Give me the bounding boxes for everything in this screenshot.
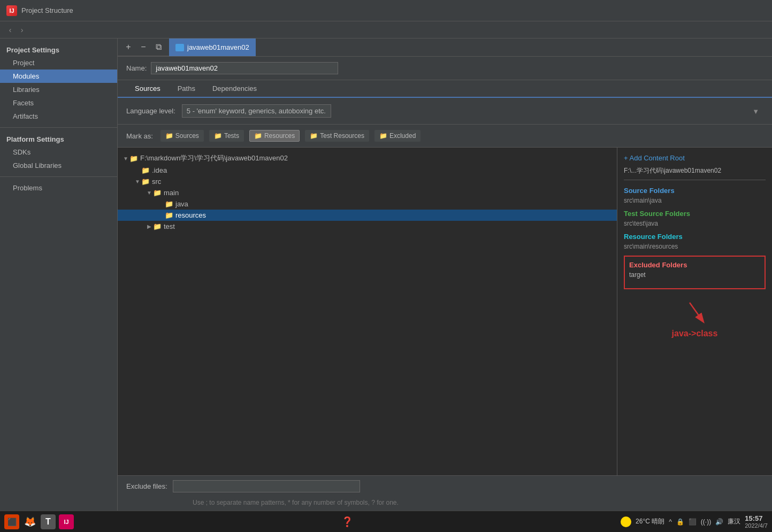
tab-sources[interactable]: Sources [126,80,169,98]
folder-test-resource-icon: 📁 [310,132,318,140]
tree-java[interactable]: 📁 java [118,198,617,210]
sidebar-item-libraries[interactable]: Libraries [0,83,117,96]
resources-name: resources [175,211,206,219]
resources-arrow [157,212,165,219]
src-name: src [152,178,161,186]
sidebar-item-modules[interactable]: Modules [0,70,117,83]
tree-resources[interactable]: 📁 resources [118,210,617,221]
src-folder-icon: 📁 [141,178,150,186]
java-folder-icon: 📁 [165,201,173,208]
weather-text: 26°C 晴朗 [636,517,664,526]
select-arrow-icon: ▼ [752,107,759,115]
forward-button[interactable]: › [16,24,28,36]
name-label: Name: [126,64,147,72]
main-folder-icon: 📁 [153,189,162,197]
module-name: javaweb01maven02 [187,43,249,51]
remove-module-button[interactable]: − [137,41,150,53]
root-path: F:\markdown学习\学习代码\javaweb01maven02 [140,153,288,163]
mark-btn-sources[interactable]: 📁 Sources [160,130,204,142]
name-input[interactable] [151,62,338,74]
taskbar-center: ❓ [74,514,621,529]
excluded-folders-box: Excluded Folders target [624,256,766,289]
title-bar-text: Project Structure [21,6,73,14]
title-bar: IJ Project Structure [0,0,772,21]
root-folder-icon: 📁 [129,155,138,162]
taskbar-firefox-icon[interactable]: 🦊 [22,514,37,529]
taskbar-intellij-icon[interactable]: IJ [59,514,74,529]
copy-module-button[interactable]: ⧉ [152,41,165,53]
mark-btn-excluded[interactable]: 📁 Excluded [374,130,421,142]
module-icon [175,44,184,51]
sidebar-item-project[interactable]: Project [0,56,117,70]
sidebar-item-artifacts[interactable]: Artifacts [0,110,117,123]
taskbar: ⬛ 🦊 T IJ ❓ 26°C 晴朗 ^ 🔒 ⬛ ((·)) 🔊 廉汉 15:5… [0,511,772,532]
main-name: main [164,189,179,197]
module-selected[interactable]: javaweb01maven02 [169,38,256,56]
tab-dependencies[interactable]: Dependencies [204,80,265,98]
nav-bar: ‹ › [0,21,772,38]
taskbar-right: 26°C 晴朗 ^ 🔒 ⬛ ((·)) 🔊 廉汉 15:57 2022/4/7 [621,514,768,529]
tree-main[interactable]: ▼ 📁 main [118,187,617,198]
taskbar-office-icon[interactable]: ⬛ [4,514,19,529]
tree-idea[interactable]: 📁 .idea [118,165,617,176]
test-source-folders-title: Test Source Folders [624,210,766,218]
taskbar-t-icon[interactable]: T [41,514,56,529]
idea-folder-icon: 📁 [141,167,150,174]
folder-teal-icon: 📁 [254,132,262,140]
language-level-wrapper: 5 - 'enum' keyword, generics, autoboxing… [182,104,763,118]
main-collapse-arrow: ▼ [146,189,153,197]
taskbar-user-text: 廉汉 [728,517,740,526]
sidebar-divider-1 [0,127,117,128]
main-layout: Project Settings Project Modules Librari… [0,38,772,511]
test-source-folders-path: src\test\java [624,220,766,227]
sidebar-item-global-libraries[interactable]: Global Libraries [0,159,117,172]
sidebar-item-sdks[interactable]: SDKs [0,145,117,159]
test-name: test [164,222,175,230]
java-arrow [157,201,165,208]
tree-root[interactable]: ▼ 📁 F:\markdown学习\学习代码\javaweb01maven02 [118,152,617,165]
mark-btn-resources[interactable]: 📁 Resources [249,130,300,142]
add-content-root-btn[interactable]: + Add Content Root [624,154,766,162]
app-icon: IJ [6,5,17,16]
taskbar-lock-icon: 🔒 [676,518,684,526]
toolbar: + − ⧉ [118,38,169,56]
exclude-files-row: Exclude files: [118,475,772,497]
tree-src[interactable]: ▼ 📁 src [118,176,617,187]
mark-btn-tests[interactable]: 📁 Tests [209,130,244,142]
exclude-files-input[interactable] [173,480,360,492]
taskbar-help-icon[interactable]: ❓ [340,514,355,529]
java-name: java [175,200,188,208]
add-module-button[interactable]: + [122,41,135,53]
right-panel: + Add Content Root F:\...学习代码\javaweb01m… [617,148,772,475]
idea-name: .idea [152,166,167,174]
name-row: Name: [118,57,772,80]
content-root-path: F:\...学习代码\javaweb01maven02 [624,166,766,180]
platform-settings-title: Platform Settings [0,132,117,145]
mark-btn-test-resources[interactable]: 📁 Test Resources [305,130,369,142]
tree-right-container: ▼ 📁 F:\markdown学习\学习代码\javaweb01maven02 … [118,148,772,475]
tab-paths[interactable]: Paths [169,80,204,98]
source-folders-title: Source Folders [624,187,766,195]
mark-as-label: Mark as: [126,132,153,140]
sidebar-divider-2 [0,176,117,177]
svg-line-1 [690,303,703,321]
sidebar-item-facets[interactable]: Facets [0,96,117,110]
arrow-svg [679,300,711,327]
file-tree: ▼ 📁 F:\markdown学习\学习代码\javaweb01maven02 … [118,148,617,475]
resources-folder-icon: 📁 [165,212,173,219]
sidebar-item-problems[interactable]: Problems [0,181,117,195]
folder-green-icon: 📁 [214,132,222,140]
language-level-label: Language level: [126,107,175,115]
taskbar-clock: 15:57 2022/4/7 [745,514,768,529]
exclude-hint: Use ; to separate name patterns, * for a… [118,497,772,511]
folder-blue-icon: 📁 [165,132,173,140]
resource-folders-title: Resource Folders [624,233,766,241]
taskbar-volume-icon: 🔊 [715,518,723,526]
resource-folders-path: src\main\resources [624,243,766,250]
tree-test[interactable]: ▶ 📁 test [118,221,617,232]
weather-sun-icon [621,516,631,527]
back-button[interactable]: ‹ [4,24,16,36]
test-folder-icon: 📁 [153,223,162,230]
language-level-row: Language level: 5 - 'enum' keyword, gene… [118,98,772,125]
language-level-select[interactable]: 5 - 'enum' keyword, generics, autoboxing… [182,104,331,118]
